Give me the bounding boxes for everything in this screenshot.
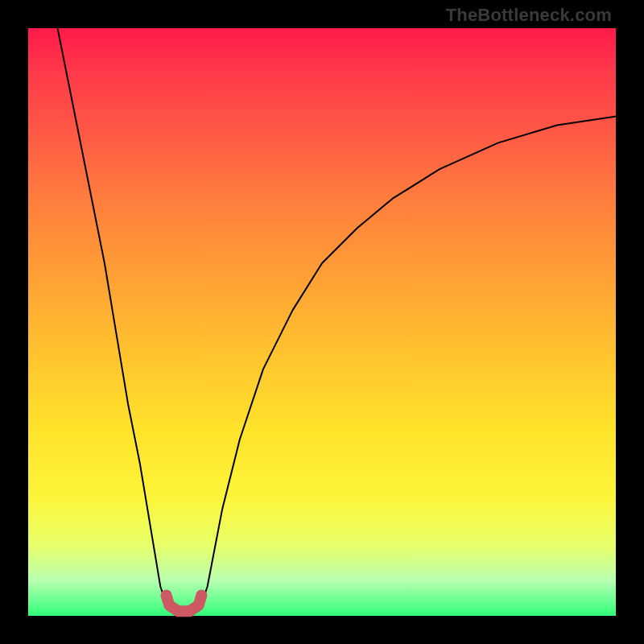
series-right-arm: [201, 117, 616, 605]
chart-container: TheBottleneck.com: [0, 0, 644, 644]
series-u-highlight: [167, 595, 202, 611]
watermark: TheBottleneck.com: [446, 5, 612, 26]
plot-svg: [0, 0, 644, 644]
series-left-arm: [58, 28, 167, 604]
